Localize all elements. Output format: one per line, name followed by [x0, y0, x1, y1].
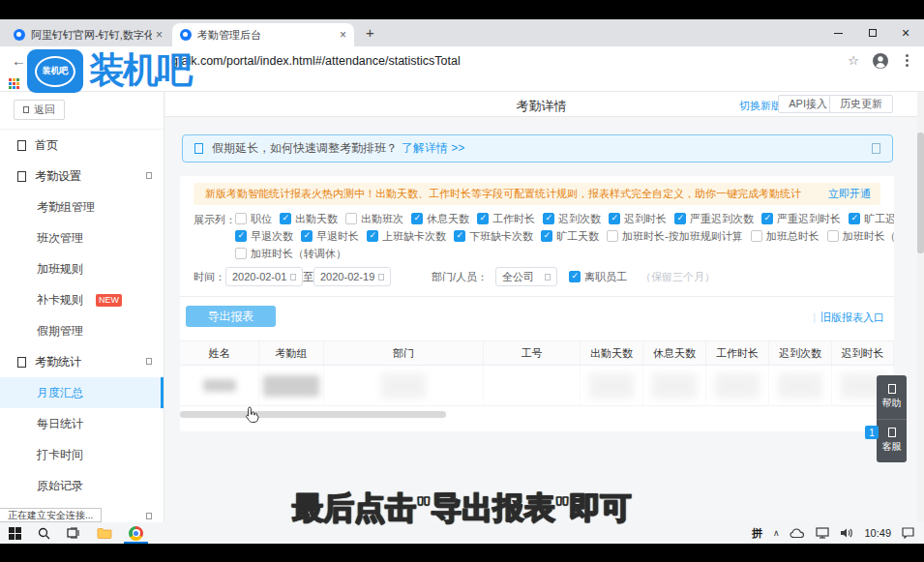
resigned-hint: （保留三个月） — [641, 270, 715, 284]
help-label: 帮助 — [882, 397, 902, 410]
taskbar-clock[interactable]: 10:49 — [864, 527, 891, 539]
customer-service-button[interactable]: 客服 — [877, 419, 907, 463]
column-checkbox[interactable]: 加班时长-按加班规则计算 — [607, 229, 743, 244]
bookmark-grid-icon[interactable] — [9, 78, 19, 89]
sidebar-item-reissue-card-rules[interactable]: 补卡规则 NEW — [0, 284, 164, 315]
separator: | — [813, 311, 816, 323]
column-checkbox[interactable]: 加班时长（转调休） — [235, 247, 346, 261]
horizontal-scrollbar[interactable] — [180, 411, 446, 418]
close-icon[interactable] — [872, 143, 880, 154]
new-tab-button[interactable]: + — [366, 24, 374, 41]
sidebar-item-home[interactable]: 首页 — [0, 130, 164, 161]
volume-icon[interactable] — [840, 527, 853, 539]
checkbox-label: 早退次数 — [251, 229, 293, 244]
column-checkbox[interactable]: 工作时长 — [477, 212, 535, 226]
sidebar-item-punch-time[interactable]: 打卡时间 — [0, 439, 164, 470]
watermark-text: 装机吧 — [89, 46, 191, 95]
sidebar-item-shift-management[interactable]: 班次管理 — [0, 222, 164, 253]
sidebar-item-attendance-settings[interactable]: 考勤设置 — [0, 161, 164, 192]
network-icon[interactable] — [816, 527, 829, 539]
back-icon — [23, 106, 29, 113]
collapse-icon[interactable] — [146, 172, 152, 179]
table-cell — [180, 366, 259, 405]
column-checkbox[interactable]: 出勤天数 — [280, 212, 338, 226]
table-header-row: 姓名 考勤组 部门 工号 出勤天数 休息天数 工作时长 迟到次数 迟到时长 — [180, 340, 894, 366]
bookmark-star-icon[interactable]: ☆ — [848, 53, 859, 68]
dingtalk-favicon — [180, 29, 192, 41]
windows-logo-icon — [9, 527, 21, 540]
promo-banner: 新版考勤智能统计报表火热内测中！出勤天数、工作时长等字段可配置统计规则，报表样式… — [194, 183, 880, 205]
column-checkbox[interactable]: 旷工迟到天数 — [849, 212, 894, 226]
sidebar-item-attendance-group[interactable]: 考勤组管理 — [0, 192, 164, 222]
column-checkbox[interactable]: 迟到时长 — [609, 212, 667, 226]
sidebar-item-holiday-management[interactable]: 假期管理 — [0, 315, 164, 346]
column-checkbox[interactable]: 休息天数 — [411, 212, 469, 226]
export-report-button[interactable]: 导出报表 — [186, 306, 276, 327]
tab-dingtalk-site[interactable]: 阿里钉钉官网-钉钉,数字化新工作 × — [6, 23, 170, 46]
column-checkbox[interactable]: 迟到次数 — [543, 212, 601, 226]
column-checkbox[interactable]: 旷工天数 — [541, 229, 599, 244]
checkbox-icon — [235, 248, 247, 259]
checkbox-icon — [280, 213, 291, 224]
browser-menu-icon[interactable] — [906, 59, 909, 62]
tab-close-icon[interactable]: × — [156, 28, 163, 42]
column-checkbox[interactable]: 早退时长 — [301, 229, 359, 244]
collapse-icon[interactable] — [146, 513, 152, 519]
sidebar-item-monthly-summary[interactable]: 月度汇总 — [0, 377, 164, 408]
back-button[interactable]: 返回 — [14, 100, 65, 120]
column-checkbox[interactable]: 严重迟到次数 — [674, 212, 754, 226]
old-report-entry-link[interactable]: |旧版报表入口 — [813, 311, 884, 325]
window-close-button[interactable]: × — [889, 19, 922, 46]
filter-row: 时间： 2020-02-01 至 2020-02-19 部门/人员： — [194, 266, 715, 287]
folder-icon — [97, 527, 112, 539]
date-to-input[interactable]: 2020-02-19 — [313, 267, 391, 286]
sidebar-item-attendance-stats[interactable]: 考勤统计 — [0, 346, 164, 377]
address-bar[interactable]: gtalk.com/portal/index.html#/attendance/… — [171, 54, 461, 68]
notification-icon[interactable] — [902, 527, 914, 539]
dept-select[interactable]: 全公司 — [495, 267, 557, 286]
date-from-input[interactable]: 2020-02-01 — [225, 267, 303, 286]
checkbox-icon — [569, 271, 581, 282]
browser-status-text: 正在建立安全连接... — [0, 508, 102, 522]
watermark-logo-text: 装机吧 — [35, 56, 75, 87]
resigned-checkbox[interactable]: 离职员工 — [569, 270, 627, 284]
column-checkbox[interactable]: 加班时长（转加班费） — [827, 229, 894, 244]
chrome-taskbar-button[interactable] — [129, 522, 143, 544]
tray-expand-icon[interactable]: ∧ — [773, 528, 780, 538]
column-checkbox[interactable]: 下班缺卡次数 — [454, 229, 533, 244]
tab-close-icon[interactable]: × — [340, 28, 346, 42]
blurred-value — [778, 373, 822, 399]
promo-open-link[interactable]: 立即开通 — [828, 187, 871, 201]
taskbar-search-button[interactable] — [38, 522, 50, 544]
column-checkbox[interactable]: 早退次数 — [235, 229, 293, 244]
switch-new-version-link[interactable]: 切换新版 — [739, 99, 782, 113]
notice-detail-link[interactable]: 了解详情 >> — [402, 140, 464, 157]
new-badge: NEW — [96, 294, 122, 307]
column-checkbox[interactable]: 加班总时长 — [751, 229, 820, 244]
column-checkbox[interactable]: 严重迟到时长 — [761, 212, 841, 226]
window-minimize-button[interactable] — [821, 19, 854, 46]
back-icon[interactable]: ← — [12, 52, 26, 69]
file-explorer-button[interactable] — [97, 522, 112, 544]
window-restore-button[interactable] — [856, 19, 889, 46]
column-checkbox[interactable]: 职位 — [235, 212, 272, 226]
collapse-icon[interactable] — [146, 358, 152, 365]
sidebar-item-daily-stats[interactable]: 每日统计 — [0, 408, 164, 439]
tab-attendance-admin[interactable]: 考勤管理后台 × — [172, 23, 354, 46]
column-checkbox[interactable]: 出勤班次 — [345, 212, 403, 226]
sidebar-item-raw-records[interactable]: 原始记录 — [0, 470, 164, 501]
scrollbar-thumb[interactable] — [917, 133, 924, 253]
cloud-icon[interactable] — [790, 528, 805, 539]
ime-indicator[interactable]: 拼 — [752, 526, 762, 541]
history-update-button[interactable]: 历史更新 — [829, 95, 893, 113]
sidebar-item-overtime-rules[interactable]: 加班规则 — [0, 253, 164, 284]
checkbox-label: 出勤班次 — [361, 212, 403, 226]
statistics-table: 姓名 考勤组 部门 工号 出勤天数 休息天数 工作时长 迟到次数 迟到时长 — [180, 340, 894, 406]
start-button[interactable] — [9, 522, 21, 544]
help-button[interactable]: 帮助 — [877, 375, 907, 419]
table-header-cell: 迟到时长 — [832, 341, 894, 365]
task-view-button[interactable] — [67, 522, 80, 544]
column-checkbox[interactable]: 上班缺卡次数 — [367, 229, 446, 244]
profile-avatar[interactable] — [872, 52, 889, 74]
page-scrollbar[interactable] — [917, 92, 924, 522]
